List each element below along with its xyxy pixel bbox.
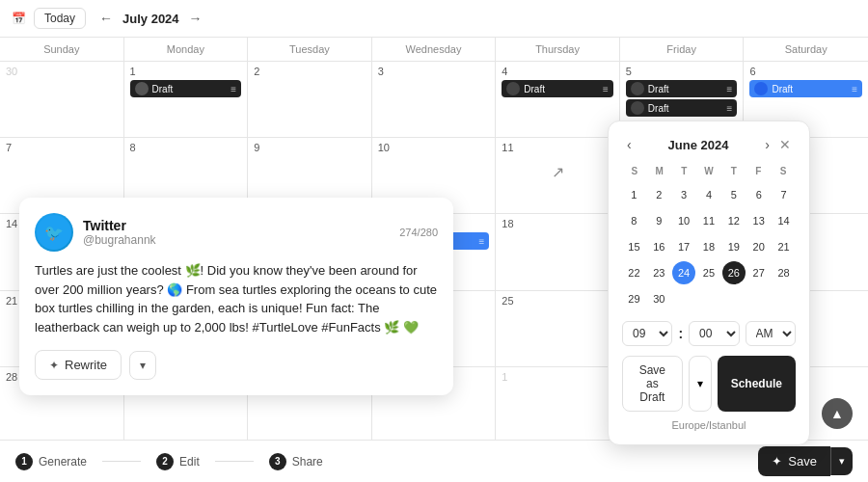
event-chip[interactable]: Draft ≡ (626, 80, 738, 97)
mini-cell-6[interactable]: 6 (747, 183, 771, 206)
mini-cell-empty-4 (747, 287, 771, 310)
day-wednesday: Wednesday (372, 38, 497, 61)
day-friday: Friday (620, 38, 745, 61)
period-select[interactable]: AMPM (746, 321, 796, 346)
month-year-label: July 2024 (122, 12, 179, 26)
mini-cell-5[interactable]: 5 (722, 183, 746, 206)
cal-cell-18[interactable]: 18 (496, 214, 620, 289)
prev-month-button[interactable]: ← (94, 9, 119, 28)
mini-cell-22[interactable]: 22 (622, 261, 645, 284)
step-1-number: 1 (15, 453, 33, 470)
mini-cell-21[interactable]: 21 (773, 235, 796, 258)
scroll-to-top-button[interactable]: ▲ (822, 398, 853, 429)
cal-cell-1[interactable]: 1 Draft ≡ (124, 62, 249, 137)
rewrite-dropdown-button[interactable]: ▾ (129, 351, 156, 380)
cal-cell-30-prev[interactable]: 30 (0, 62, 124, 137)
mini-cell-4[interactable]: 4 (697, 183, 720, 206)
mini-cell-26[interactable]: 26 (722, 261, 746, 284)
event-chip[interactable]: Draft ≡ (626, 99, 738, 117)
mini-cell-24[interactable]: 24 (672, 261, 695, 284)
mini-cell-empty-5 (773, 287, 796, 310)
chip-label: Draft (648, 84, 723, 94)
day-saturday: Saturday (744, 38, 868, 61)
post-avatar: 🐦 (35, 213, 73, 252)
cal-cell-1-next[interactable]: 1 (496, 367, 620, 443)
event-chip[interactable]: Draft ≡ (502, 80, 613, 97)
mini-cell-9[interactable]: 9 (647, 209, 670, 232)
chip-avatar (631, 101, 644, 115)
mini-next-button[interactable]: › (760, 135, 774, 154)
minute-select[interactable]: 00153045 (689, 321, 739, 346)
event-chip[interactable]: Draft ≡ (749, 80, 862, 97)
mini-cell-3[interactable]: 3 (672, 183, 695, 206)
post-text: Turtles are just the coolest 🌿! Did you … (35, 261, 438, 336)
mini-cell-29[interactable]: 29 (622, 287, 645, 310)
mini-cell-27[interactable]: 27 (747, 261, 771, 284)
event-chip[interactable]: Draft ≡ (130, 80, 242, 97)
chip-label: Draft (524, 84, 599, 94)
mini-cal-actions: Save as Draft ▾ Schedule (622, 356, 796, 412)
mini-cell-12[interactable]: 12 (722, 209, 746, 232)
step-divider-2 (215, 461, 254, 462)
bottom-bar: 1 Generate 2 Edit 3 Share ✦ Save ▾ (0, 440, 868, 482)
step-2: 2 Edit (156, 453, 200, 470)
mini-cell-7[interactable]: 7 (773, 183, 796, 206)
save-draft-button[interactable]: Save as Draft (622, 356, 683, 412)
hour-select[interactable]: 09101112 (622, 321, 672, 346)
mini-cell-16[interactable]: 16 (647, 235, 670, 258)
chip-label: Draft (152, 84, 228, 94)
rewrite-button[interactable]: ✦ Rewrite (35, 350, 122, 380)
today-button[interactable]: Today (34, 8, 86, 29)
rewrite-label: Rewrite (65, 358, 107, 372)
save-icon: ✦ (772, 454, 782, 469)
mini-cell-19[interactable]: 19 (722, 235, 746, 258)
mini-close-button[interactable]: ✕ (774, 135, 796, 154)
mini-cell-1[interactable]: 1 (622, 183, 645, 206)
save-draft-dropdown[interactable]: ▾ (689, 356, 712, 412)
mini-cell-30[interactable]: 30 (647, 287, 670, 310)
mini-cell-13[interactable]: 13 (747, 209, 771, 232)
cal-cell-2[interactable]: 2 (248, 62, 372, 137)
mini-cell-14[interactable]: 14 (773, 209, 796, 232)
rewrite-icon: ✦ (49, 359, 59, 372)
mini-cell-8[interactable]: 8 (622, 209, 645, 232)
day-thursday: Thursday (496, 38, 620, 61)
post-char-count: 274/280 (399, 227, 438, 238)
mini-prev-button[interactable]: ‹ (622, 135, 637, 154)
day-sunday: Sunday (0, 38, 124, 61)
mini-cell-10[interactable]: 10 (672, 209, 695, 232)
mini-cell-2[interactable]: 2 (647, 183, 670, 206)
mini-cell-25[interactable]: 25 (697, 261, 720, 284)
save-main-button[interactable]: ✦ Save (758, 446, 830, 476)
mini-cal-header: ‹ June 2024 › ✕ (622, 135, 796, 154)
day-monday: Monday (124, 38, 249, 61)
mini-cell-23[interactable]: 23 (647, 261, 670, 284)
cal-cell-4[interactable]: 4 Draft ≡ (496, 62, 620, 137)
mini-cell-11[interactable]: 11 (697, 209, 720, 232)
mini-cell-empty-3 (722, 287, 746, 310)
mini-cell-20[interactable]: 20 (747, 235, 771, 258)
save-draft-label: Save as Draft (633, 363, 672, 404)
chip-label: Draft (648, 103, 723, 114)
mini-cell-17[interactable]: 17 (672, 235, 695, 258)
cal-cell-11[interactable]: 11↗ (496, 138, 620, 213)
calendar-icon: 📅 (12, 12, 26, 25)
save-dropdown-button[interactable]: ▾ (830, 447, 853, 475)
cal-cell-25[interactable]: 25 (496, 291, 620, 366)
post-card: 🐦 Twitter @bugrahannk 274/280 Turtles ar… (19, 198, 453, 395)
schedule-button[interactable]: Schedule (718, 356, 796, 412)
calendar-header: 📅 Today ← July 2024 → (0, 0, 868, 38)
chip-avatar (135, 82, 149, 95)
mini-cell-15[interactable]: 15 (622, 235, 645, 258)
next-month-button[interactable]: → (183, 9, 208, 28)
post-actions: ✦ Rewrite ▾ (35, 350, 438, 380)
mini-cell-28[interactable]: 28 (773, 261, 796, 284)
save-button-group: ✦ Save ▾ (758, 446, 853, 476)
mini-cell-18[interactable]: 18 (697, 235, 720, 258)
cal-cell-3[interactable]: 3 (372, 62, 497, 137)
mini-cal-nav: ‹ (622, 135, 637, 154)
days-header: Sunday Monday Tuesday Wednesday Thursday… (0, 38, 868, 62)
post-platform-name: Twitter (83, 218, 390, 233)
timezone-label: Europe/Istanbul (622, 419, 796, 431)
step-3-number: 3 (269, 453, 286, 470)
